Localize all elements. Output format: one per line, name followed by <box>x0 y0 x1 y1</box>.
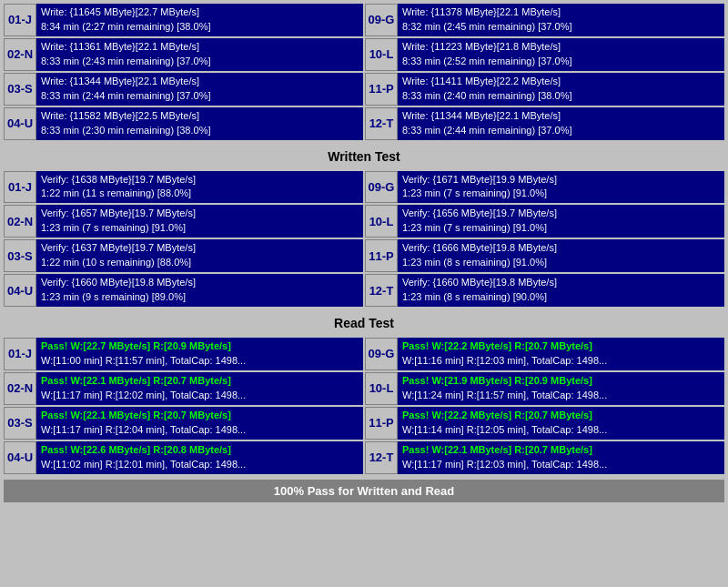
verify-line2-02n: 1:23 min (7 s remaining) [91.0%] <box>41 221 359 236</box>
write-row-03s: 03-S Write: {11344 MByte}[22.1 MByte/s] … <box>4 73 363 106</box>
read-line1-03s: Pass! W:[22.1 MByte/s] R:[20.7 MByte/s] <box>41 409 359 423</box>
read-line1-10l: Pass! W:[21.9 MByte/s] R:[20.9 MByte/s] <box>402 374 720 389</box>
rid-12t: 12-T <box>365 441 398 474</box>
id-12t: 12-T <box>365 107 398 140</box>
write-test-section: 01-J Write: {11645 MByte}[22.7 MByte/s] … <box>4 4 724 142</box>
write-line2-09g: 8:32 min (2:45 min remaining) [37.0%] <box>402 20 720 35</box>
write-line2-12t: 8:33 min (2:44 min remaining) [37.0%] <box>402 124 720 138</box>
rid-09g: 09-G <box>365 338 398 370</box>
read-line2-02n: W:[11:17 min] R:[12:02 min], TotalCap: 1… <box>41 389 359 403</box>
read-line1-01j: Pass! W:[22.7 MByte/s] R:[20.9 MByte/s] <box>41 339 359 354</box>
verify-data-03s: Verify: {1637 MByte}[19.7 MByte/s] 1:22 … <box>36 239 363 272</box>
verify-line2-03s: 1:22 min (10 s remaining) [88.0%] <box>41 256 359 270</box>
verify-line1-09g: Verify: {1671 MByte}[19.9 MByte/s] <box>402 173 720 187</box>
vid-12t: 12-T <box>365 274 398 307</box>
read-row-01j: 01-J Pass! W:[22.7 MByte/s] R:[20.9 MByt… <box>4 338 363 370</box>
write-line1-04u: Write: {11582 MByte}[22.5 MByte/s] <box>41 109 359 124</box>
write-row-02n: 02-N Write: {11361 MByte}[22.1 MByte/s] … <box>4 38 363 71</box>
vid-10l: 10-L <box>365 205 398 238</box>
write-line2-01j: 8:34 min (2:27 min remaining) [38.0%] <box>41 20 359 35</box>
read-line2-10l: W:[11:24 min] R:[11:57 min], TotalCap: 1… <box>402 389 720 403</box>
read-line2-03s: W:[11:17 min] R:[12:04 min], TotalCap: 1… <box>41 423 359 438</box>
read-row-02n: 02-N Pass! W:[22.1 MByte/s] R:[20.7 MByt… <box>4 372 363 405</box>
rid-02n: 02-N <box>4 372 36 405</box>
read-line2-09g: W:[11:16 min] R:[12:03 min], TotalCap: 1… <box>402 354 720 369</box>
read-row-11p: 11-P Pass! W:[22.2 MByte/s] R:[20.7 MByt… <box>365 407 724 440</box>
read-data-11p: Pass! W:[22.2 MByte/s] R:[20.7 MByte/s] … <box>398 407 724 440</box>
read-test-section: 01-J Pass! W:[22.7 MByte/s] R:[20.9 MByt… <box>4 338 724 476</box>
verify-data-12t: Verify: {1660 MByte}[19.8 MByte/s] 1:23 … <box>398 274 724 307</box>
read-data-10l: Pass! W:[21.9 MByte/s] R:[20.9 MByte/s] … <box>398 372 724 405</box>
vid-03s: 03-S <box>4 239 36 272</box>
read-test-grid: 01-J Pass! W:[22.7 MByte/s] R:[20.9 MByt… <box>4 338 724 476</box>
read-row-10l: 10-L Pass! W:[21.9 MByte/s] R:[20.9 MByt… <box>365 372 724 405</box>
id-11p: 11-P <box>365 73 398 106</box>
vid-11p: 11-P <box>365 239 398 272</box>
verify-row-04u: 04-U Verify: {1660 MByte}[19.8 MByte/s] … <box>4 274 363 307</box>
write-data-12t: Write: {11344 MByte}[22.1 MByte/s] 8:33 … <box>398 107 724 140</box>
write-data-11p: Write: {11411 MByte}[22.2 MByte/s] 8:33 … <box>398 73 724 106</box>
verify-row-11p: 11-P Verify: {1666 MByte}[19.8 MByte/s] … <box>365 239 724 272</box>
read-row-04u: 04-U Pass! W:[22.6 MByte/s] R:[20.8 MByt… <box>4 441 363 474</box>
write-row-04u: 04-U Write: {11582 MByte}[22.5 MByte/s] … <box>4 107 363 140</box>
verify-line2-11p: 1:23 min (8 s remaining) [91.0%] <box>402 256 720 270</box>
verify-row-12t: 12-T Verify: {1660 MByte}[19.8 MByte/s] … <box>365 274 724 307</box>
verify-line2-01j: 1:22 min (11 s remaining) [88.0%] <box>41 187 359 201</box>
rid-11p: 11-P <box>365 407 398 440</box>
rid-04u: 04-U <box>4 441 36 474</box>
verify-line2-12t: 1:23 min (8 s remaining) [90.0%] <box>402 290 720 305</box>
read-data-12t: Pass! W:[22.1 MByte/s] R:[20.7 MByte/s] … <box>398 441 724 474</box>
read-data-02n: Pass! W:[22.1 MByte/s] R:[20.7 MByte/s] … <box>36 372 363 405</box>
write-row-11p: 11-P Write: {11411 MByte}[22.2 MByte/s] … <box>365 73 724 106</box>
read-row-03s: 03-S Pass! W:[22.1 MByte/s] R:[20.7 MByt… <box>4 407 363 440</box>
write-right-col: 09-G Write: {11378 MByte}[22.1 MByte/s] … <box>365 4 724 142</box>
write-line1-10l: Write: {11223 MByte}[21.8 MByte/s] <box>402 40 720 55</box>
verify-line1-10l: Verify: {1656 MByte}[19.7 MByte/s] <box>402 207 720 221</box>
read-left-col: 01-J Pass! W:[22.7 MByte/s] R:[20.9 MByt… <box>4 338 363 476</box>
write-line2-03s: 8:33 min (2:44 min remaining) [37.0%] <box>41 89 359 104</box>
written-test-header: Written Test <box>4 146 724 167</box>
write-line1-09g: Write: {11378 MByte}[22.1 MByte/s] <box>402 5 720 20</box>
verify-line1-01j: Verify: {1638 MByte}[19.7 MByte/s] <box>41 173 359 187</box>
bottom-status: 100% Pass for Written and Read <box>4 480 724 502</box>
write-data-01j: Write: {11645 MByte}[22.7 MByte/s] 8:34 … <box>36 4 363 36</box>
verify-line1-02n: Verify: {1657 MByte}[19.7 MByte/s] <box>41 207 359 221</box>
verify-row-09g: 09-G Verify: {1671 MByte}[19.9 MByte/s] … <box>365 171 724 204</box>
read-test-header: Read Test <box>4 312 724 334</box>
verify-line1-12t: Verify: {1660 MByte}[19.8 MByte/s] <box>402 276 720 290</box>
write-line1-02n: Write: {11361 MByte}[22.1 MByte/s] <box>41 40 359 55</box>
verify-data-11p: Verify: {1666 MByte}[19.8 MByte/s] 1:23 … <box>398 239 724 272</box>
verify-line1-03s: Verify: {1637 MByte}[19.7 MByte/s] <box>41 241 359 256</box>
rid-01j: 01-J <box>4 338 36 370</box>
main-container: 01-J Write: {11645 MByte}[22.7 MByte/s] … <box>0 0 728 506</box>
verify-line2-10l: 1:23 min (7 s remaining) [91.0%] <box>402 221 720 236</box>
read-line2-12t: W:[11:17 min] R:[12:03 min], TotalCap: 1… <box>402 458 720 472</box>
id-09g: 09-G <box>365 4 398 36</box>
verify-test-section: 01-J Verify: {1638 MByte}[19.7 MByte/s] … <box>4 171 724 309</box>
read-row-09g: 09-G Pass! W:[22.2 MByte/s] R:[20.7 MByt… <box>365 338 724 370</box>
write-line2-04u: 8:33 min (2:30 min remaining) [38.0%] <box>41 124 359 138</box>
write-row-09g: 09-G Write: {11378 MByte}[22.1 MByte/s] … <box>365 4 724 36</box>
write-data-03s: Write: {11344 MByte}[22.1 MByte/s] 8:33 … <box>36 73 363 106</box>
id-04u: 04-U <box>4 107 36 140</box>
verify-line1-11p: Verify: {1666 MByte}[19.8 MByte/s] <box>402 241 720 256</box>
vid-01j: 01-J <box>4 171 36 204</box>
rid-10l: 10-L <box>365 372 398 405</box>
vid-04u: 04-U <box>4 274 36 307</box>
read-line2-01j: W:[11:00 min] R:[11:57 min], TotalCap: 1… <box>41 354 359 369</box>
read-line1-04u: Pass! W:[22.6 MByte/s] R:[20.8 MByte/s] <box>41 443 359 458</box>
verify-data-04u: Verify: {1660 MByte}[19.8 MByte/s] 1:23 … <box>36 274 363 307</box>
write-line1-03s: Write: {11344 MByte}[22.1 MByte/s] <box>41 75 359 89</box>
verify-line1-04u: Verify: {1660 MByte}[19.8 MByte/s] <box>41 276 359 290</box>
verify-data-02n: Verify: {1657 MByte}[19.7 MByte/s] 1:23 … <box>36 205 363 238</box>
read-data-09g: Pass! W:[22.2 MByte/s] R:[20.7 MByte/s] … <box>398 338 724 370</box>
verify-line2-09g: 1:23 min (7 s remaining) [91.0%] <box>402 187 720 201</box>
verify-line2-04u: 1:23 min (9 s remaining) [89.0%] <box>41 290 359 305</box>
write-line1-01j: Write: {11645 MByte}[22.7 MByte/s] <box>41 5 359 20</box>
verify-data-10l: Verify: {1656 MByte}[19.7 MByte/s] 1:23 … <box>398 205 724 238</box>
read-line1-02n: Pass! W:[22.1 MByte/s] R:[20.7 MByte/s] <box>41 374 359 389</box>
read-right-col: 09-G Pass! W:[22.2 MByte/s] R:[20.7 MByt… <box>365 338 724 476</box>
write-row-10l: 10-L Write: {11223 MByte}[21.8 MByte/s] … <box>365 38 724 71</box>
write-line1-12t: Write: {11344 MByte}[22.1 MByte/s] <box>402 109 720 124</box>
verify-left-col: 01-J Verify: {1638 MByte}[19.7 MByte/s] … <box>4 171 363 309</box>
